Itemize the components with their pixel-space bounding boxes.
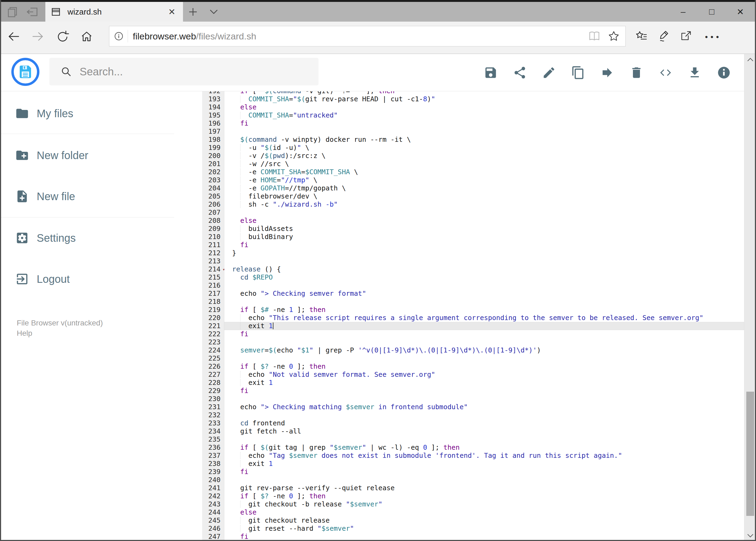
code-line[interactable]: 212} — [202, 249, 744, 257]
delete-icon[interactable] — [630, 66, 643, 80]
download-icon[interactable] — [688, 66, 702, 80]
code-line[interactable]: 208 else — [202, 217, 744, 225]
sidebar-item-new-folder[interactable]: New folder — [0, 141, 174, 169]
code-line[interactable]: 192 if [ "$(command -v git)" != "" ]; th… — [202, 91, 744, 95]
code-line[interactable]: 237 echo "Tag $semver does not exist in … — [202, 452, 744, 460]
code-line[interactable]: 228 exit 1 — [202, 379, 744, 387]
code-line[interactable]: 243 git checkout -b release "$semver" — [202, 500, 744, 508]
scroll-up-icon[interactable] — [744, 54, 756, 65]
new-tab-button[interactable] — [185, 2, 201, 22]
code-line[interactable]: 198 $(command -v winpty) docker run --rm… — [202, 136, 744, 144]
tabs-set-aside-icon[interactable] — [7, 6, 19, 18]
code-line[interactable]: 236 if [ $(git tag | grep "$semver" | wc… — [202, 443, 744, 452]
browser-tab[interactable]: wizard.sh ✕ — [45, 2, 183, 22]
code-line[interactable]: 241 git rev-parse --verify --quiet relea… — [202, 484, 744, 492]
sidebar-item-my-files[interactable]: My files — [0, 99, 174, 128]
sidebar-item-settings[interactable]: Settings — [0, 224, 174, 252]
code-line[interactable]: 204 -e GOPATH=//tmp/gopath \ — [202, 184, 744, 192]
more-options-icon[interactable]: ••• — [705, 32, 722, 42]
code-line[interactable]: 238 exit 1 — [202, 460, 744, 468]
code-line[interactable]: 194 else — [202, 103, 744, 111]
code-line[interactable]: 213 — [202, 257, 744, 265]
code-line[interactable]: 196 fi — [202, 119, 744, 128]
code-line[interactable]: 203 -e HOME="//tmp" \ — [202, 176, 744, 184]
code-line[interactable]: 247 fi — [202, 533, 744, 541]
code-line[interactable]: 193 COMMIT_SHA="$(git rev-parse HEAD | c… — [202, 95, 744, 103]
close-button[interactable]: ✕ — [726, 2, 755, 22]
edit-icon[interactable] — [542, 66, 556, 80]
sidebar-item-logout[interactable]: Logout — [0, 265, 174, 293]
code-line[interactable]: 218 — [202, 297, 744, 306]
code-line[interactable]: 240 — [202, 476, 744, 484]
tab-preview-chevron-icon[interactable] — [206, 2, 222, 22]
code-line[interactable]: 229 fi — [202, 387, 744, 395]
folder-plus-icon — [15, 148, 29, 162]
sidebar-item-new-file[interactable]: New file — [0, 182, 174, 211]
save-icon[interactable] — [484, 66, 498, 80]
code-line[interactable]: 210 buildBinary — [202, 233, 744, 241]
home-icon[interactable] — [80, 30, 93, 43]
code-line[interactable]: 207 — [202, 209, 744, 217]
code-line[interactable]: 202 -e COMMIT_SHA=$COMMIT_SHA \ — [202, 168, 744, 176]
code-line[interactable]: 232 — [202, 411, 744, 419]
add-favorite-star-icon[interactable] — [608, 31, 620, 42]
code-line[interactable]: 199 -u "$(id -u)" \ — [202, 144, 744, 152]
share-icon[interactable] — [513, 66, 527, 80]
minimize-button[interactable]: – — [669, 2, 697, 22]
code-line[interactable]: 219 if [ $# -ne 1 ]; then — [202, 306, 744, 314]
code-editor[interactable]: 192 if [ "$(command -v git)" != "" ]; th… — [202, 91, 744, 541]
code-line[interactable]: 225 — [202, 354, 744, 362]
code-line[interactable]: 242 if [ $? -ne 0 ]; then — [202, 492, 744, 500]
code-line[interactable]: 222 fi — [202, 330, 744, 338]
page-scrollbar[interactable] — [744, 54, 756, 541]
code-line[interactable]: 214▾release () { — [202, 265, 744, 273]
code-line[interactable]: 244 else — [202, 508, 744, 516]
code-line[interactable]: 209 buildAssets — [202, 225, 744, 233]
code-line[interactable]: 201 -w //src \ — [202, 160, 744, 168]
code-line[interactable]: 234 git fetch --all — [202, 427, 744, 435]
scrollbar-thumb[interactable] — [746, 392, 754, 516]
window-bottom-edge — [0, 540, 756, 541]
address-bar[interactable]: filebrowser.web /files/wizard.sh — [109, 26, 626, 46]
code-line[interactable]: 227 echo "Not valid semver format. See s… — [202, 370, 744, 379]
code-line[interactable]: 221 exit 1 — [202, 322, 744, 330]
code-line[interactable]: 246 git reset --hard "$semver" — [202, 525, 744, 533]
code-line[interactable]: 205 filebrowser/dev \ — [202, 192, 744, 201]
scroll-down-icon[interactable] — [744, 530, 756, 541]
site-info-icon[interactable] — [114, 32, 124, 41]
tab-close-icon[interactable]: ✕ — [166, 6, 177, 17]
code-line[interactable]: 206 sh -c "./wizard.sh -b" — [202, 201, 744, 209]
code-line[interactable]: 235 — [202, 435, 744, 443]
filebrowser-logo[interactable] — [11, 58, 39, 86]
back-icon[interactable] — [7, 30, 20, 43]
code-line[interactable]: 200 -v /$(pwd):/src:z \ — [202, 152, 744, 160]
restore-tabs-icon[interactable] — [26, 6, 39, 18]
search-bar[interactable] — [49, 58, 319, 85]
code-view-icon[interactable] — [658, 66, 672, 80]
info-icon[interactable] — [717, 66, 731, 80]
code-line[interactable]: 231 echo "> Checking matching $semver in… — [202, 403, 744, 411]
code-line[interactable]: 233 cd frontend — [202, 419, 744, 427]
code-line[interactable]: 220 echo "This release script requires a… — [202, 314, 744, 322]
search-input[interactable] — [79, 65, 319, 78]
code-line[interactable]: 224 semver=$(echo "$1" | grep -P '^v(0|[… — [202, 346, 744, 354]
favorites-hub-icon[interactable] — [635, 30, 648, 42]
code-line[interactable]: 223 — [202, 338, 744, 346]
copy-icon[interactable] — [571, 66, 585, 80]
share-page-icon[interactable] — [680, 30, 692, 42]
ink-annotate-icon[interactable] — [658, 30, 670, 42]
code-line[interactable]: 216 — [202, 281, 744, 289]
code-line[interactable]: 226 if [ $? -ne 0 ]; then — [202, 362, 744, 370]
code-line[interactable]: 197 — [202, 128, 744, 136]
code-line[interactable]: 217 echo "> Checking semver format" — [202, 289, 744, 297]
code-line[interactable]: 239 fi — [202, 468, 744, 476]
code-line[interactable]: 245 git checkout release — [202, 516, 744, 525]
code-line[interactable]: 211 fi — [202, 241, 744, 249]
help-link[interactable]: Help — [17, 329, 32, 337]
code-line[interactable]: 230 — [202, 395, 744, 403]
code-line[interactable]: 195 COMMIT_SHA="untracked" — [202, 111, 744, 119]
maximize-button[interactable]: □ — [697, 2, 726, 22]
code-line[interactable]: 215 cd $REPO — [202, 273, 744, 281]
refresh-icon[interactable] — [56, 30, 69, 43]
move-icon[interactable] — [600, 66, 614, 80]
